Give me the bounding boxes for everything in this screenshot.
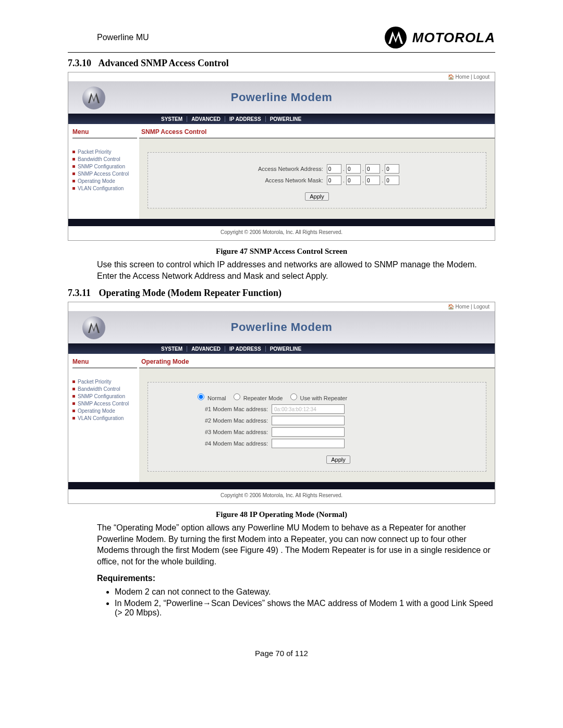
panel1-head: SNMP Access Control xyxy=(139,124,495,139)
svg-point-2 xyxy=(82,316,105,339)
sidebar-item-operating-mode[interactable]: Operating Mode xyxy=(72,178,137,184)
menu-head: Menu xyxy=(72,128,137,139)
brand-word: MOTOROLA xyxy=(412,30,495,46)
paragraph-1: Use this screen to control which IP addr… xyxy=(97,259,495,281)
opt-use-repeater: Use with Repeater xyxy=(300,395,348,401)
nav-system[interactable]: SYSTEM xyxy=(157,116,187,122)
sidebar-item-vlan-configuration-2[interactable]: VLAN Configuration xyxy=(72,415,137,421)
section-heading-1: 7.3.10 Advanced SNMP Access Control xyxy=(68,58,495,69)
nav-ip[interactable]: IP ADDRESS xyxy=(225,116,265,122)
requirements-list: Modem 2 can not connect to the Gateway. … xyxy=(104,587,495,618)
opt-repeater: Repeater Mode xyxy=(243,395,283,401)
sidebar-item-operating-mode-2[interactable]: Operating Mode xyxy=(72,408,137,414)
nav-powerline[interactable]: POWERLINE xyxy=(265,116,306,122)
footer-bar xyxy=(68,219,495,226)
radio-use-repeater[interactable] xyxy=(290,393,297,400)
snmp-panel: 🏠 Home | Logout Powerline Modem SYSTEM A… xyxy=(68,72,495,241)
nav-ip-2[interactable]: IP ADDRESS xyxy=(225,346,265,352)
motorola-icon xyxy=(384,26,407,49)
banner-title: Powerline Modem xyxy=(68,91,495,104)
addr-oct-4[interactable] xyxy=(385,164,399,174)
addr-label: Access Network Address: xyxy=(235,166,323,172)
mask-oct-4[interactable] xyxy=(385,176,399,185)
sidebar-item-vlan-configuration[interactable]: VLAN Configuration xyxy=(72,186,137,191)
copyright-2: Copyright © 2006 Motorola, Inc. All Righ… xyxy=(68,489,495,503)
mac4-input[interactable] xyxy=(272,439,345,448)
panel2-head: Operating Mode xyxy=(139,354,495,368)
mac1-input[interactable] xyxy=(272,404,345,414)
sidebar-item-bandwidth-control-2[interactable]: Bandwidth Control xyxy=(72,386,137,392)
mask-oct-1[interactable] xyxy=(327,176,341,185)
nav-bar-2: SYSTEM ADVANCED IP ADDRESS POWERLINE xyxy=(68,343,495,354)
home-link-2[interactable]: Home xyxy=(456,304,470,310)
sidebar-item-snmp-access-control[interactable]: SNMP Access Control xyxy=(72,171,137,177)
nav-advanced-2[interactable]: ADVANCED xyxy=(187,346,225,352)
topbar: 🏠 Home | Logout xyxy=(68,72,495,81)
apply-button-1[interactable]: Apply xyxy=(305,192,329,201)
divider xyxy=(68,52,495,53)
banner-title-2: Powerline Modem xyxy=(68,320,495,334)
apply-button-2[interactable]: Apply xyxy=(326,455,350,464)
req-item-2: In Modem 2, “Powerline→Scan Devices” sho… xyxy=(115,599,495,618)
copyright-1: Copyright © 2006 Motorola, Inc. All Righ… xyxy=(68,226,495,240)
opt-normal: Normal xyxy=(207,395,226,401)
addr-oct-3[interactable] xyxy=(365,164,380,174)
svg-point-1 xyxy=(82,87,105,109)
req-item-1: Modem 2 can not connect to the Gateway. xyxy=(115,587,495,597)
mask-oct-3[interactable] xyxy=(365,176,380,185)
svg-point-0 xyxy=(385,27,407,48)
sidebar-item-snmp-access-control-2[interactable]: SNMP Access Control xyxy=(72,401,137,406)
nav-powerline-2[interactable]: POWERLINE xyxy=(265,346,306,352)
section-title-2: Operating Mode (Modem Repeater Function) xyxy=(99,288,282,298)
section-heading-2: 7.3.11 Operating Mode (Modem Repeater Fu… xyxy=(68,288,495,299)
section-title-1: Advanced SNMP Access Control xyxy=(99,58,229,68)
mac4-label: #4 Modem Mac address: xyxy=(195,440,268,447)
banner-ball-icon-2 xyxy=(81,315,106,340)
addr-oct-1[interactable] xyxy=(327,164,341,174)
logout-link[interactable]: Logout xyxy=(473,74,489,80)
nav-bar: SYSTEM ADVANCED IP ADDRESS POWERLINE xyxy=(68,114,495,124)
sidebar-item-bandwidth-control[interactable]: Bandwidth Control xyxy=(72,156,137,162)
radio-normal[interactable] xyxy=(198,393,204,400)
paragraph-2: The “Operating Mode” option allows any P… xyxy=(97,522,495,567)
footer-bar-2 xyxy=(68,482,495,489)
mask-label: Access Network Mask: xyxy=(235,177,323,183)
nav-advanced[interactable]: ADVANCED xyxy=(187,116,225,122)
page-number: Page 70 of 112 xyxy=(68,649,495,658)
sidebar-item-snmp-configuration-2[interactable]: SNMP Configuration xyxy=(72,393,137,399)
banner-ball-icon xyxy=(81,85,106,110)
mac3-label: #3 Modem Mac address: xyxy=(195,429,268,435)
logout-link-2[interactable]: Logout xyxy=(473,304,489,310)
nav-system-2[interactable]: SYSTEM xyxy=(157,346,187,352)
home-link[interactable]: Home xyxy=(456,74,470,80)
sidebar-item-packet-priority-2[interactable]: Packet Priority xyxy=(72,379,137,385)
figure-caption-1: Figure 47 SNMP Access Control Screen xyxy=(68,247,495,256)
section-num-1: 7.3.10 xyxy=(68,58,96,69)
addr-oct-2[interactable] xyxy=(346,164,361,174)
sidebar-item-packet-priority[interactable]: Packet Priority xyxy=(72,149,137,155)
radio-repeater[interactable] xyxy=(234,393,240,400)
opmode-panel: 🏠 Home | Logout Powerline Modem SYSTEM A… xyxy=(68,302,495,504)
mac2-input[interactable] xyxy=(272,416,345,425)
sidebar-item-snmp-configuration[interactable]: SNMP Configuration xyxy=(72,164,137,169)
mac1-label: #1 Modem Mac address: xyxy=(195,406,268,412)
product-label: Powerline MU xyxy=(68,33,149,42)
mask-oct-2[interactable] xyxy=(346,176,361,185)
requirements-label: Requirements: xyxy=(97,574,495,583)
mac2-label: #2 Modem Mac address: xyxy=(195,417,268,424)
mac3-input[interactable] xyxy=(272,427,345,437)
menu-head-2: Menu xyxy=(72,358,137,368)
topbar-2: 🏠 Home | Logout xyxy=(68,302,495,311)
motorola-logo: MOTOROLA xyxy=(384,26,495,49)
section-num-2: 7.3.11 xyxy=(68,288,96,299)
figure-caption-2: Figure 48 IP Operating Mode (Normal) xyxy=(68,510,495,519)
